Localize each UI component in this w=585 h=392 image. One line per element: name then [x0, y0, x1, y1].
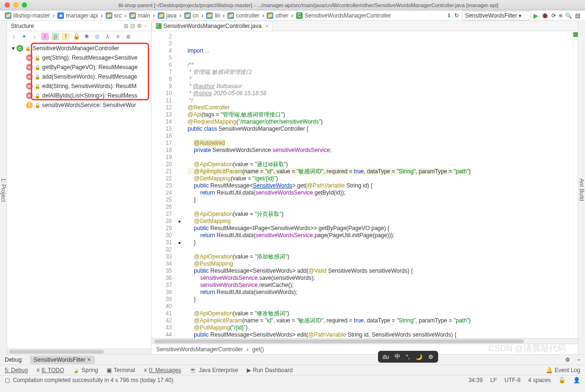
- crumb-method[interactable]: get(): [252, 346, 264, 353]
- line-separator[interactable]: LF: [490, 377, 497, 383]
- target-icon[interactable]: ◎: [93, 33, 101, 40]
- todo-tool[interactable]: ≡ 6: TODO: [36, 367, 64, 374]
- floating-toolbar[interactable]: du 中 °, 🌙 ⚙: [378, 351, 439, 363]
- structure-toolbar: ↕ ✦ ↓ I p f 🔒 ✱ ◎ λ ≡ ≣: [7, 31, 151, 42]
- structure-title: Structure: [11, 23, 122, 29]
- settings-icon[interactable]: ⚙: [137, 23, 142, 29]
- stop-icon[interactable]: ■: [559, 12, 562, 19]
- hide-icon[interactable]: −: [144, 23, 147, 29]
- collapse-all-icon[interactable]: ≣: [125, 33, 132, 40]
- sort-vis-icon[interactable]: ↓: [31, 33, 38, 40]
- debug-icon[interactable]: 🐞: [541, 12, 549, 19]
- line-gutter[interactable]: 2345678910111213141516171819202122232425…: [152, 31, 175, 338]
- minimize-window-icon[interactable]: [13, 2, 18, 8]
- close-window-icon[interactable]: [5, 2, 10, 8]
- messages-tool[interactable]: ≡ 0: Messages: [144, 367, 181, 374]
- breadcrumb-module[interactable]: ■manager-api: [54, 12, 100, 19]
- editor-tab[interactable]: CSensitiveWordsManagerController.java×: [152, 21, 273, 31]
- breadcrumb[interactable]: 📁java: [155, 12, 180, 19]
- maximize-window-icon[interactable]: [22, 2, 27, 8]
- tree-method[interactable]: m🔒delAllByIds(List<String>): ResultMess: [7, 91, 151, 100]
- window-title: lili-shop-parent [~/Desktop/projects/pro…: [32, 2, 585, 8]
- expand-all-icon[interactable]: ≡: [114, 33, 122, 40]
- debug-panel-header: Debug: SensitiveWordsFilter× ⚙ −: [0, 354, 585, 365]
- tree-method[interactable]: m🔒add(SensitiveWords): ResultMessage: [7, 72, 151, 81]
- class-icon: C: [17, 45, 23, 52]
- close-icon[interactable]: ×: [88, 356, 91, 363]
- gear-icon[interactable]: ⚙: [428, 354, 433, 360]
- hide-debug-icon[interactable]: −: [577, 356, 580, 363]
- debug-settings-icon[interactable]: ⚙: [565, 356, 570, 363]
- status-icon[interactable]: ▢: [5, 377, 10, 383]
- tree-method[interactable]: m🔒get(String): ResultMessage<Sensitive: [7, 53, 151, 62]
- lambda-icon[interactable]: λ: [104, 33, 111, 40]
- search-icon[interactable]: 🔍: [565, 12, 572, 19]
- lock-indicator-icon[interactable]: 🔓: [558, 377, 566, 383]
- build-icon[interactable]: ⬇: [447, 12, 451, 19]
- sort-icon[interactable]: ↕: [10, 33, 18, 40]
- breadcrumb[interactable]: 📁cn: [181, 12, 202, 19]
- status-message: Compilation completed successfully in 4 …: [13, 377, 173, 383]
- run-icon[interactable]: ▶: [533, 12, 539, 19]
- tree-class[interactable]: ▾C🔒SensitiveWordsManagerController: [7, 44, 151, 53]
- indent[interactable]: 4 spaces: [528, 377, 551, 383]
- spring-tool[interactable]: 🍃 Spring: [72, 367, 98, 374]
- structure-panel: Structure ⊞ ⊟ ⚙ − ↕ ✦ ↓ I p f 🔒 ✱ ◎ λ ≡ …: [7, 21, 152, 354]
- show-properties-icon[interactable]: p: [52, 33, 59, 40]
- breadcrumb[interactable]: 📁main: [126, 12, 153, 19]
- tree-method[interactable]: m🔒edit(String, SensitiveWords): ResultM: [7, 81, 151, 91]
- breadcrumb-class[interactable]: CSensitiveWordsManagerController: [293, 12, 394, 19]
- expand-icon[interactable]: ⊞: [124, 23, 128, 29]
- tool-icon[interactable]: du: [383, 354, 389, 360]
- moon-icon[interactable]: 🌙: [415, 354, 423, 360]
- run-config-dropdown[interactable]: SensitiveWordsFilter ▾: [462, 11, 531, 20]
- encoding[interactable]: UTF-8: [504, 377, 521, 383]
- show-interfaces-icon[interactable]: I: [41, 33, 49, 40]
- editor-scrollbar[interactable]: [152, 338, 578, 344]
- breadcrumb[interactable]: 📁other: [264, 12, 291, 19]
- error-stripe[interactable]: [572, 31, 578, 338]
- event-log-tool[interactable]: 🔔 Event Log: [546, 367, 580, 374]
- ant-tab[interactable]: Ant Build: [578, 178, 585, 201]
- left-stripe: 1: Project 7: Structure 2: Favorites Web: [0, 21, 7, 354]
- bottom-tool-bar: 5: Debug ≡ 6: TODO 🍃 Spring ▣ Terminal ≡…: [0, 365, 585, 375]
- tool-icon[interactable]: 中: [395, 353, 400, 361]
- breadcrumb-root[interactable]: 📁lilishop-master: [2, 12, 53, 19]
- status-bar: ▢ Compilation completed successfully in …: [0, 375, 585, 384]
- editor-crumbs: SensitiveWordsManagerController›get(): [152, 344, 578, 354]
- sync-icon[interactable]: ↻: [454, 12, 459, 19]
- coverage-icon[interactable]: ⟳: [551, 12, 556, 19]
- code-content[interactable]: import ... /** * 管理端,敏感词管理接口 * * @author…: [184, 31, 572, 338]
- tree-field[interactable]: f🔒sensitiveWordsService: SensitiveWor: [7, 100, 151, 110]
- show-fields-icon[interactable]: f: [62, 33, 70, 40]
- lock-icon[interactable]: 🔒: [72, 33, 80, 40]
- debug-tool[interactable]: 5: Debug: [5, 367, 28, 374]
- filter-icon[interactable]: ✱: [83, 33, 90, 40]
- tool-icon[interactable]: °,: [406, 354, 410, 360]
- breadcrumb[interactable]: 📁src: [103, 12, 125, 19]
- editor: CSensitiveWordsManagerController.java× 2…: [152, 21, 578, 354]
- caret-position[interactable]: 34:39: [468, 377, 483, 383]
- run-dashboard-tool[interactable]: ▶ Run Dashboard: [247, 367, 293, 374]
- crumb-class[interactable]: SensitiveWordsManagerController: [156, 346, 243, 353]
- module-icon: ■: [57, 12, 64, 19]
- folder-icon: 📁: [5, 12, 11, 19]
- breadcrumb[interactable]: 📁lili: [203, 12, 223, 19]
- sort-alpha-icon[interactable]: ✦: [20, 33, 28, 40]
- structure-icon[interactable]: ▤: [575, 12, 580, 19]
- collapse-icon[interactable]: ⊟: [130, 23, 135, 29]
- lock-icon: 🔒: [25, 46, 31, 51]
- breadcrumb[interactable]: 📁controller: [225, 12, 262, 19]
- project-tab[interactable]: 1: Project: [0, 178, 7, 202]
- java-ee-tool[interactable]: ☕ Java Enterprise: [189, 367, 238, 374]
- right-stripe: Ant Build Maven Database Bean Validation: [578, 21, 585, 354]
- close-tab-icon[interactable]: ×: [265, 23, 269, 29]
- navigation-bar: 📁lilishop-master › ■manager-api ›📁src ›📁…: [0, 10, 585, 21]
- structure-scrollbar[interactable]: [7, 348, 151, 354]
- terminal-tool[interactable]: ▣ Terminal: [107, 367, 135, 374]
- status-ok-icon: [573, 32, 578, 37]
- tree-method[interactable]: m🔒getByPage(PageVO): ResultMessage: [7, 62, 151, 72]
- class-icon: C: [296, 12, 303, 19]
- inspection-icon[interactable]: 👤: [573, 377, 580, 383]
- debug-session-tab[interactable]: SensitiveWordsFilter×: [30, 356, 95, 364]
